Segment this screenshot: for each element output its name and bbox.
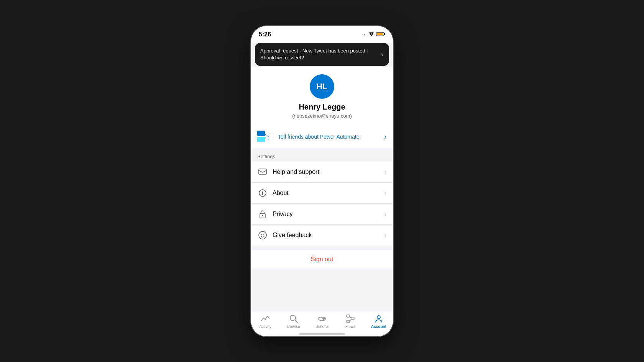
give-feedback-chevron-icon: › (384, 231, 387, 239)
nav-item-account[interactable]: Account (365, 314, 393, 329)
tell-friends-chevron-icon: › (384, 132, 387, 141)
help-support-label: Help and support (273, 169, 319, 175)
svg-rect-4 (257, 137, 265, 142)
svg-text:i: i (262, 190, 263, 196)
settings-section-label: Settings (251, 148, 393, 162)
svg-point-13 (259, 231, 266, 239)
settings-group: Help and support › i (251, 162, 393, 246)
svg-rect-3 (257, 131, 265, 136)
avatar-initials: HL (316, 82, 327, 92)
browse-nav-label: Browse (287, 324, 300, 329)
privacy-chevron-icon: › (384, 210, 387, 218)
nav-item-flows[interactable]: Flows (336, 314, 365, 329)
about-label: About (273, 190, 289, 197)
avatar: HL (310, 74, 334, 99)
activity-nav-icon (261, 314, 270, 323)
buttons-nav-icon (317, 314, 327, 323)
empty-space (251, 269, 393, 314)
flows-nav-label: Flows (345, 324, 355, 329)
help-support-icon (257, 167, 268, 177)
notification-line1: Approval request - New Tweet has been po… (260, 48, 378, 54)
profile-name: Henry Legge (299, 103, 345, 111)
svg-rect-2 (377, 33, 383, 35)
settings-item-help-support[interactable]: Help and support › (251, 162, 393, 183)
svg-rect-22 (347, 320, 350, 323)
app-background: 5:26 ··· (0, 0, 644, 362)
svg-rect-20 (347, 315, 350, 317)
notification-chevron-icon: › (381, 50, 384, 59)
scrollable-content: HL Henry Legge (nepsezekno@enayu.com) (251, 67, 393, 336)
power-automate-icon: ✓ ✓ (257, 131, 274, 143)
tell-friends-banner[interactable]: ✓ ✓ Tell friends about Power Automate! › (251, 125, 393, 148)
phone-inner: 5:26 ··· (251, 26, 393, 336)
svg-text:✓: ✓ (267, 135, 270, 138)
svg-point-14 (261, 234, 262, 235)
account-nav-icon (374, 314, 383, 323)
settings-item-about[interactable]: i About › (251, 183, 393, 204)
signal-dots-icon: ··· (362, 32, 367, 37)
nav-item-browse[interactable]: Browse (279, 314, 308, 329)
svg-point-12 (262, 215, 263, 216)
svg-point-19 (322, 318, 325, 320)
profile-section: HL Henry Legge (nepsezekno@enayu.com) (251, 67, 393, 125)
tell-friends-left: ✓ ✓ Tell friends about Power Automate! (257, 131, 361, 143)
status-icons: ··· (362, 31, 385, 37)
nav-item-activity[interactable]: Activity (251, 314, 279, 329)
sign-out-button[interactable]: Sign out (251, 250, 393, 269)
battery-icon (376, 32, 385, 37)
settings-item-feedback-left: Give feedback (257, 230, 312, 241)
notification-banner[interactable]: Approval request - New Tweet has been po… (255, 43, 389, 66)
phone-frame: 5:26 ··· (251, 26, 393, 336)
about-icon: i (257, 188, 268, 198)
home-indicator (299, 333, 345, 335)
bottom-nav: Activity Browse (251, 311, 393, 336)
about-chevron-icon: › (384, 188, 387, 197)
settings-item-help-left: Help and support (257, 167, 319, 177)
status-bar: 5:26 ··· (251, 26, 393, 43)
buttons-nav-label: Buttons (315, 324, 329, 329)
help-support-chevron-icon: › (384, 167, 387, 176)
give-feedback-label: Give feedback (273, 232, 312, 239)
settings-item-about-left: i About (257, 188, 289, 198)
status-time: 5:26 (259, 31, 271, 38)
wifi-icon (368, 31, 375, 37)
nav-item-buttons[interactable]: Buttons (308, 314, 336, 329)
profile-email: (nepsezekno@enayu.com) (292, 113, 352, 119)
sign-out-spacer (251, 246, 393, 250)
svg-rect-21 (351, 317, 354, 319)
tell-friends-text: Tell friends about Power Automate! (278, 134, 361, 140)
svg-point-23 (377, 316, 380, 319)
notification-line2: Should we retweet? (260, 54, 378, 61)
settings-item-give-feedback[interactable]: Give feedback › (251, 225, 393, 246)
privacy-label: Privacy (273, 211, 292, 218)
browse-nav-icon (289, 314, 298, 323)
flows-nav-icon (346, 314, 355, 323)
svg-text:✓: ✓ (267, 138, 269, 141)
give-feedback-icon (257, 230, 268, 241)
account-nav-label: Account (371, 324, 386, 329)
svg-rect-1 (384, 33, 385, 34)
svg-line-17 (295, 320, 298, 323)
svg-point-15 (263, 234, 264, 235)
privacy-icon (257, 209, 268, 219)
settings-item-privacy[interactable]: Privacy › (251, 204, 393, 225)
sign-out-section: Sign out (251, 250, 393, 269)
settings-item-privacy-left: Privacy (257, 209, 292, 219)
activity-nav-label: Activity (259, 324, 271, 329)
svg-rect-8 (259, 169, 266, 174)
notification-content: Approval request - New Tweet has been po… (260, 48, 378, 61)
